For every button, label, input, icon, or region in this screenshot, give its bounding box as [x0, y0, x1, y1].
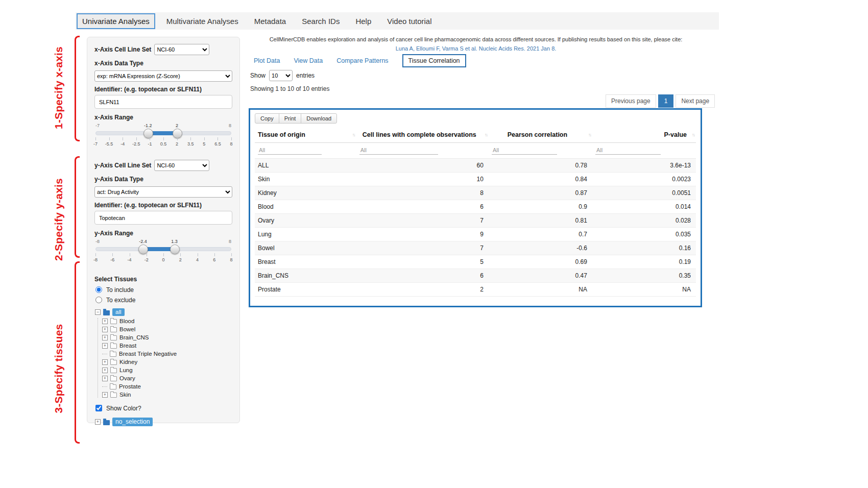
tab-plot-data[interactable]: Plot Data: [254, 57, 280, 64]
y-axis-cell-line-set-select[interactable]: NCI-60: [154, 160, 209, 171]
folder-icon: [110, 327, 117, 332]
tree-item-ovary[interactable]: +Ovary: [102, 375, 232, 381]
tree-item-skin[interactable]: +Skin: [102, 392, 232, 398]
tree-item-label[interactable]: Breast: [119, 343, 136, 349]
tree-item-brain-cns[interactable]: +Brain_CNS: [102, 334, 232, 340]
nav-tab-metadata[interactable]: Metadata: [253, 14, 287, 29]
expand-icon[interactable]: +: [102, 343, 108, 349]
include-radio[interactable]: [95, 286, 102, 293]
table-row[interactable]: Skin100.840.0023: [255, 173, 696, 186]
sort-icon[interactable]: ↑↓: [692, 132, 694, 137]
x-axis-identifier-input[interactable]: [94, 95, 232, 109]
tree-item-label[interactable]: Bowel: [119, 326, 135, 332]
tree-item-kidney[interactable]: +Kidney: [102, 359, 232, 365]
x-axis-range-slider[interactable]: -7 8 -1.2 2 -7-5.5-4-2.5-10.523.556.58: [95, 123, 231, 152]
value-cell: 6: [356, 200, 489, 214]
tree-item-lung[interactable]: +Lung: [102, 367, 232, 373]
table-row[interactable]: Prostate2NANA: [255, 283, 696, 297]
expand-icon[interactable]: +: [102, 319, 108, 324]
expand-icon[interactable]: +: [102, 376, 108, 381]
collapse-icon[interactable]: −: [95, 309, 101, 315]
tree-item-label[interactable]: Brain_CNS: [119, 334, 149, 340]
folder-icon: [103, 310, 110, 315]
column-header-tissue-of-origin[interactable]: Tissue of origin↑↓: [255, 127, 356, 143]
tree-item-prostate[interactable]: Prostate: [102, 383, 232, 389]
copy-button[interactable]: Copy: [255, 113, 279, 124]
filter-input-pearson-correlation[interactable]: [492, 146, 557, 155]
table-row[interactable]: Ovary70.810.028: [255, 214, 696, 228]
tree-item-all-label[interactable]: all: [112, 308, 125, 316]
entries-select[interactable]: 10: [269, 70, 293, 81]
tab-compare-patterns[interactable]: Compare Patterns: [336, 57, 388, 64]
tab-tissue-correlation[interactable]: Tissue Correlation: [402, 54, 466, 67]
annotation-specify-tissues: 3-Specify tissues: [53, 310, 65, 427]
x-axis-cell-line-set-select[interactable]: NCI-60: [154, 44, 209, 55]
tree-item-label[interactable]: Skin: [119, 392, 131, 398]
include-option[interactable]: To include: [94, 285, 232, 294]
tree-item-label[interactable]: Breast Triple Negative: [119, 351, 177, 357]
select-tissues-title: Select Tissues: [94, 276, 232, 283]
sort-icon[interactable]: ↑↓: [588, 132, 591, 137]
table-row[interactable]: Lung90.70.035: [255, 228, 696, 241]
expand-icon[interactable]: +: [102, 359, 108, 365]
table-row[interactable]: Blood60.90.014: [255, 200, 696, 214]
nav-tab-univariate-analyses[interactable]: Univariate Analyses: [77, 13, 155, 29]
tree-item-breast-triple-negative[interactable]: Breast Triple Negative: [102, 351, 232, 357]
y-axis-range-slider[interactable]: -8 8 -2.4 1.3 -8-6-4-202468: [95, 239, 231, 267]
tree-item-label[interactable]: Lung: [119, 367, 133, 373]
table-row[interactable]: ALL600.783.6e-13: [255, 159, 696, 173]
filter-input-cell-lines-with-complete-observations[interactable]: [359, 146, 438, 155]
slider-max-label: 8: [229, 239, 231, 244]
expand-icon[interactable]: +: [102, 392, 108, 398]
slider-tick-label: -2.5: [132, 141, 140, 147]
tree-item-label[interactable]: Ovary: [119, 375, 135, 381]
tree-item-blood[interactable]: +Blood: [102, 318, 232, 324]
tree-item-label[interactable]: Blood: [119, 318, 134, 324]
expand-icon[interactable]: +: [102, 335, 108, 340]
table-row[interactable]: Bowel7-0.60.16: [255, 241, 696, 255]
tree-item-breast[interactable]: +Breast: [102, 343, 232, 349]
tab-view-data[interactable]: View Data: [294, 57, 323, 64]
print-button[interactable]: Print: [279, 113, 302, 124]
annotation-specify-y-axis: 2-Specify y-axis: [53, 161, 65, 278]
tree-item-bowel[interactable]: +Bowel: [102, 326, 232, 332]
nav-tab-multivariate-analyses[interactable]: Multivariate Analyses: [165, 14, 239, 29]
slider-grid: -7-5.5-4-2.5-10.523.556.58: [95, 137, 231, 150]
slider-tick-label: -4: [120, 141, 125, 147]
filter-input-p-value[interactable]: [595, 146, 661, 155]
show-color-option[interactable]: Show Color?: [94, 404, 232, 412]
exclude-option[interactable]: To exclude: [94, 296, 232, 304]
nav-tab-video-tutorial[interactable]: Video tutorial: [386, 14, 432, 29]
table-row[interactable]: Kidney80.870.0051: [255, 186, 696, 200]
nav-tab-help[interactable]: Help: [354, 14, 372, 29]
y-axis-data-type-select[interactable]: act: Drug Activity: [94, 186, 232, 198]
x-axis-data-type-select[interactable]: exp: mRNA Expression (Z-Score): [94, 70, 232, 82]
tree-item-all[interactable]: − all: [95, 308, 232, 316]
expand-icon[interactable]: +: [102, 368, 108, 373]
citation-link[interactable]: Luna A, Elloumi F, Varma S et al. Nuclei…: [249, 45, 703, 52]
table-row[interactable]: Breast50.690.19: [255, 255, 696, 269]
column-header-cell-lines-with-complete-observations[interactable]: Cell lines with complete observations↑↓: [356, 127, 489, 143]
expand-icon[interactable]: +: [95, 419, 101, 425]
current-page-button[interactable]: 1: [658, 94, 674, 108]
y-axis-identifier-input[interactable]: [94, 211, 232, 225]
column-header-p-value[interactable]: P-value↑↓: [592, 127, 696, 143]
show-color-checkbox[interactable]: [95, 405, 102, 411]
filter-input-tissue-of-origin[interactable]: [258, 146, 322, 155]
next-page-button[interactable]: Next page: [676, 94, 715, 108]
tree-item-label[interactable]: Kidney: [119, 359, 137, 365]
tree-item-label[interactable]: Prostate: [119, 383, 141, 389]
sort-icon[interactable]: ↑↓: [352, 132, 355, 137]
download-button[interactable]: Download: [301, 113, 337, 124]
slider-tick: [109, 137, 110, 140]
table-row[interactable]: Brain_CNS60.470.35: [255, 269, 696, 283]
nav-tab-search-ids[interactable]: Search IDs: [301, 14, 341, 29]
exclude-radio[interactable]: [95, 297, 102, 303]
no-selection-item[interactable]: + no_selection: [95, 418, 232, 426]
sort-icon[interactable]: ↑↓: [485, 132, 487, 137]
value-cell: 10: [356, 173, 489, 186]
no-selection-label[interactable]: no_selection: [112, 418, 153, 426]
previous-page-button[interactable]: Previous page: [606, 94, 656, 108]
expand-icon[interactable]: +: [102, 327, 108, 332]
column-header-pearson-correlation[interactable]: Pearson correlation↑↓: [489, 127, 592, 143]
